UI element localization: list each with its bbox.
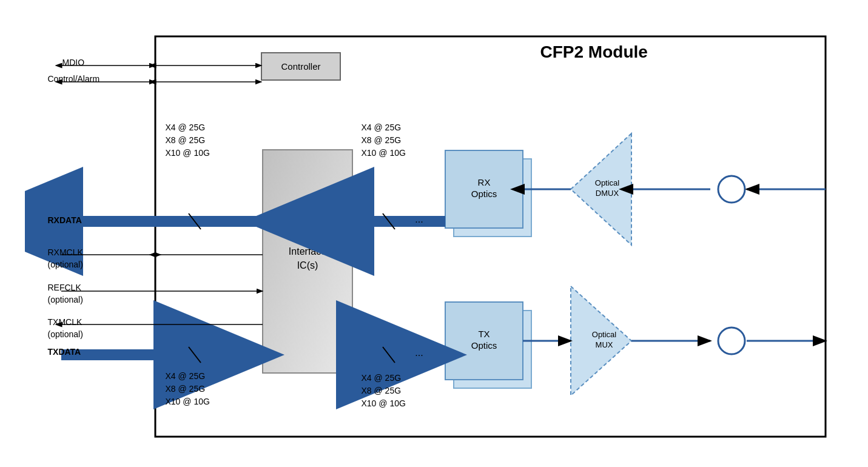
svg-line-39: [383, 347, 395, 363]
rxmclk-label: RXMCLK(optional): [48, 247, 83, 270]
svg-text:Interface: Interface: [288, 246, 326, 257]
svg-rect-20: [454, 311, 531, 388]
svg-line-34: [383, 213, 395, 229]
svg-text:···: ···: [415, 217, 423, 227]
svg-text:TX: TX: [478, 329, 490, 339]
txmclk-label: TXMCLK(optional): [48, 317, 83, 340]
svg-text:Optics: Optics: [471, 189, 497, 199]
diagram-container: Controller Interface IC(s) RX Optics TX …: [25, 15, 844, 452]
svg-line-31: [189, 213, 201, 229]
rx-specs-left-top: X4 @ 25GX8 @ 25GX10 @ 10G: [166, 121, 210, 160]
svg-text:MUX: MUX: [595, 340, 613, 349]
rx-specs-right: X4 @ 25GX8 @ 25GX10 @ 10G: [362, 121, 406, 160]
svg-marker-27: [571, 286, 631, 395]
rxdata-label: RXDATA: [48, 215, 82, 225]
txdata-label: TXDATA: [48, 347, 81, 357]
svg-text:IC(s): IC(s): [297, 260, 318, 270]
svg-text:Optical: Optical: [591, 330, 616, 339]
svg-point-46: [718, 176, 745, 203]
control-alarm-label: Control/Alarm: [48, 74, 100, 84]
svg-rect-17: [445, 150, 523, 228]
diagram-svg: Controller Interface IC(s) RX Optics TX …: [25, 15, 844, 452]
mdio-label: MDIO: [62, 58, 85, 67]
svg-text:···: ···: [415, 350, 423, 360]
svg-line-36: [189, 347, 201, 363]
svg-rect-16: [454, 159, 531, 237]
svg-point-50: [718, 328, 745, 354]
svg-marker-24: [571, 133, 631, 245]
svg-text:Optical: Optical: [594, 178, 619, 187]
svg-rect-6: [155, 36, 826, 437]
svg-rect-21: [445, 302, 523, 380]
svg-text:Optics: Optics: [471, 340, 497, 351]
svg-rect-13: [263, 150, 352, 373]
svg-text:RX: RX: [477, 177, 490, 187]
svg-text:Controller: Controller: [281, 61, 320, 72]
tx-specs-left-bottom: X4 @ 25GX8 @ 25GX10 @ 10G: [166, 370, 210, 408]
svg-rect-7: [261, 53, 340, 80]
refclk-label: REFCLK(optional): [48, 282, 83, 306]
tx-specs-right: X4 @ 25GX8 @ 25GX10 @ 10G: [362, 372, 406, 410]
module-title: CFP2 Module: [540, 42, 648, 62]
svg-text:DMUX: DMUX: [595, 189, 619, 198]
